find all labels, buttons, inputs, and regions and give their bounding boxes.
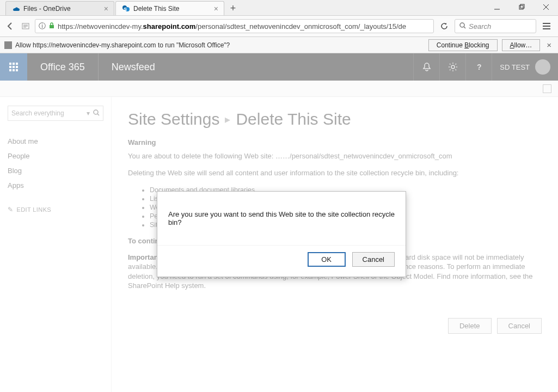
onedrive-icon bbox=[11, 4, 20, 13]
infobar-close-icon[interactable]: × bbox=[544, 40, 554, 50]
plugin-icon bbox=[4, 41, 12, 49]
svg-text:?: ? bbox=[477, 63, 482, 71]
infobar-message: Allow https://netwovenincdev-my.sharepoi… bbox=[15, 41, 230, 49]
nav-about-me[interactable]: About me bbox=[8, 134, 103, 149]
breadcrumb-root[interactable]: Site Settings bbox=[128, 110, 219, 128]
dialog-cancel-button[interactable]: Cancel bbox=[352, 252, 395, 267]
o365-suite-bar: Office 365 Newsfeed ? SD TEST bbox=[0, 53, 558, 81]
about-to-text: You are about to delete the following We… bbox=[128, 152, 542, 161]
svg-point-29 bbox=[94, 110, 98, 114]
plugin-permission-infobar: Allow https://netwovenincdev-my.sharepoi… bbox=[0, 37, 558, 53]
search-icon bbox=[459, 22, 466, 30]
allow-button[interactable]: Allow… bbox=[502, 39, 541, 51]
browser-tab-strip: Files - OneDrive × S Delete This Site × … bbox=[0, 0, 558, 15]
reload-button[interactable] bbox=[437, 19, 451, 33]
browser-tab-sharepoint[interactable]: S Delete This Site × bbox=[115, 1, 224, 15]
svg-line-24 bbox=[450, 64, 451, 65]
browser-tab-label: Delete This Site bbox=[133, 5, 180, 13]
svg-line-25 bbox=[455, 70, 456, 71]
breadcrumb-current: Delete This Site bbox=[236, 110, 351, 128]
breadcrumb: Site Settings ▸ Delete This Site bbox=[128, 110, 542, 128]
left-navigation: Search everything ▾ About me People Blog… bbox=[0, 97, 112, 392]
new-tab-button[interactable]: + bbox=[225, 1, 241, 15]
svg-rect-1 bbox=[519, 5, 523, 9]
edit-links-label: EDIT LINKS bbox=[16, 206, 51, 213]
site-search-box[interactable]: Search everything ▾ bbox=[8, 106, 103, 121]
warning-heading: Warning bbox=[128, 138, 542, 146]
notifications-button[interactable] bbox=[413, 53, 439, 81]
cancel-button[interactable]: Cancel bbox=[497, 318, 542, 334]
user-menu[interactable]: SD TEST bbox=[492, 53, 558, 81]
browser-search-box[interactable]: Search bbox=[455, 19, 536, 33]
reader-mode-icon[interactable] bbox=[20, 20, 32, 32]
svg-rect-2 bbox=[520, 4, 524, 8]
address-toolbar: ⓘ https://netwovenincdev-my.sharepoint.c… bbox=[0, 15, 558, 37]
edit-links-button[interactable]: ✎ EDIT LINKS bbox=[8, 206, 103, 213]
window-minimize[interactable] bbox=[485, 0, 509, 14]
ribbon-bar bbox=[0, 81, 558, 97]
nav-people[interactable]: People bbox=[8, 149, 103, 163]
sharepoint-icon: S bbox=[121, 4, 130, 13]
dialog-ok-button[interactable]: OK bbox=[308, 252, 346, 267]
nav-blog[interactable]: Blog bbox=[8, 163, 103, 178]
settings-button[interactable] bbox=[439, 53, 465, 81]
address-bar[interactable]: ⓘ https://netwovenincdev-my.sharepoint.c… bbox=[35, 19, 434, 33]
help-button[interactable]: ? bbox=[465, 53, 492, 81]
app-launcher-button[interactable] bbox=[0, 53, 27, 81]
dialog-message: Are you sure you want to send this Web s… bbox=[157, 192, 406, 245]
window-restore[interactable] bbox=[509, 0, 534, 14]
svg-point-19 bbox=[451, 65, 455, 69]
svg-line-30 bbox=[97, 114, 99, 115]
deleting-text: Deleting the Web site will send all cont… bbox=[128, 169, 542, 178]
brand-label[interactable]: Office 365 bbox=[27, 53, 99, 81]
avatar bbox=[535, 59, 550, 75]
window-close[interactable] bbox=[534, 0, 558, 14]
delete-button[interactable]: Delete bbox=[448, 318, 492, 334]
search-placeholder: Search bbox=[469, 22, 491, 30]
confirm-dialog: Are you sure you want to send this Web s… bbox=[157, 191, 406, 277]
focus-content-icon[interactable] bbox=[543, 84, 551, 93]
search-placeholder: Search everything bbox=[11, 109, 64, 117]
browser-menu-button[interactable] bbox=[539, 19, 554, 33]
svg-rect-13 bbox=[50, 25, 54, 28]
close-tab-icon[interactable]: × bbox=[214, 4, 218, 13]
chevron-right-icon: ▸ bbox=[225, 113, 230, 126]
svg-line-26 bbox=[455, 64, 456, 65]
browser-tab-label: Files - OneDrive bbox=[23, 5, 71, 13]
browser-tab-onedrive[interactable]: Files - OneDrive × bbox=[5, 1, 114, 15]
nav-apps[interactable]: Apps bbox=[8, 178, 103, 193]
waffle-icon bbox=[9, 63, 18, 71]
svg-text:S: S bbox=[124, 7, 127, 12]
pencil-icon: ✎ bbox=[8, 206, 13, 213]
continue-blocking-button[interactable]: Continue Blocking bbox=[428, 39, 498, 51]
lock-icon bbox=[49, 22, 54, 30]
close-tab-icon[interactable]: × bbox=[104, 4, 108, 13]
svg-point-14 bbox=[460, 23, 464, 27]
svg-line-15 bbox=[464, 27, 465, 28]
url-text: https://netwovenincdev-my.sharepoint.com… bbox=[58, 22, 406, 30]
search-go-icon[interactable] bbox=[93, 109, 100, 118]
user-name: SD TEST bbox=[500, 63, 530, 71]
search-scope-dropdown-icon[interactable]: ▾ bbox=[87, 109, 90, 117]
back-button[interactable] bbox=[4, 20, 16, 32]
svg-line-27 bbox=[450, 70, 451, 71]
site-title[interactable]: Newsfeed bbox=[99, 62, 168, 73]
site-info-icon[interactable]: ⓘ bbox=[39, 21, 46, 31]
